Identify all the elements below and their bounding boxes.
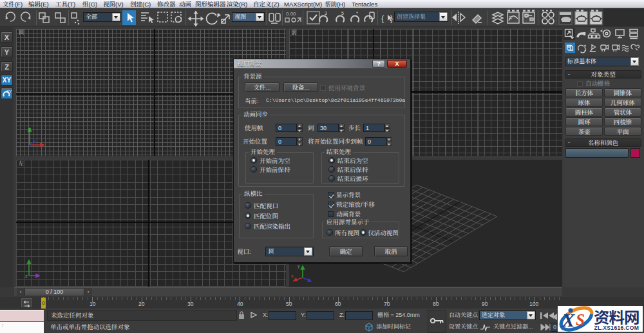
svg-text:X: X [562,310,575,330]
svg-text:S: S [576,311,585,328]
svg-text:ZL.XS1616.COM: ZL.XS1616.COM [594,325,639,331]
svg-text:Y: Y [28,127,32,133]
svg-text:{: { [381,14,384,23]
svg-text:y: y [298,263,300,269]
svg-text:XY: XY [6,90,12,93]
svg-text:*: * [356,10,358,16]
svg-text:0.00: 0.00 [286,11,296,17]
svg-text:x: x [291,274,294,278]
svg-text:3: 3 [325,11,327,15]
svg-text:5: 5 [341,11,344,15]
svg-text:z: z [25,273,28,278]
